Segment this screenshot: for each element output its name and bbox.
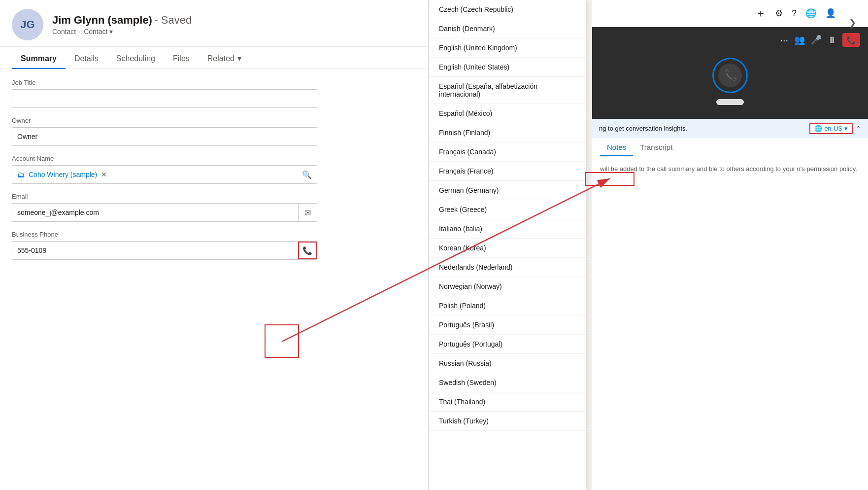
phone-panel-header: ＋ ⚙ ? 🌐 👤 ❯ (592, 0, 868, 27)
lang-finnish[interactable]: Finnish (Finland) (429, 123, 586, 142)
lang-danish[interactable]: Danish (Denmark) (429, 19, 586, 38)
phone-panel: ＋ ⚙ ? 🌐 👤 ❯ ··· 👥 🎤 ⏸ 📞 📞 ng to get conv… (592, 0, 868, 490)
tab-files[interactable]: Files (164, 47, 199, 69)
lang-english-uk[interactable]: English (United Kingdom) (429, 38, 586, 58)
collapse-icon[interactable]: ⌃ (856, 125, 861, 132)
lang-english-us[interactable]: English (United States) (429, 58, 586, 77)
business-phone-input[interactable]: 555-0109 📞 (12, 241, 317, 260)
avatar: JG (12, 9, 43, 40)
notes-content: will be added to the call summary and bl… (592, 156, 868, 182)
owner-label: Owner (12, 117, 416, 124)
contact-name: Jim Glynn (sample) (52, 14, 152, 26)
lang-portugues-brasil[interactable]: Português (Brasil) (429, 315, 586, 335)
language-dropdown: Czech (Czech Republic) Danish (Denmark) … (429, 0, 586, 490)
insights-text: ng to get conversation insights. (599, 125, 687, 132)
tabs-bar: Summary Details Scheduling Files Related… (0, 47, 428, 69)
business-phone-value: 555-0109 (12, 246, 298, 254)
lang-greek[interactable]: Greek (Greece) (429, 200, 586, 219)
lang-german[interactable]: German (Germany) (429, 181, 586, 200)
globe-icon: 🌐 (814, 125, 822, 132)
phone-ring-inner: 📞 (718, 64, 742, 87)
end-call-button[interactable]: 📞 (842, 33, 860, 47)
call-controls: ··· 👥 🎤 ⏸ 📞 (600, 33, 860, 47)
lang-espanol-espana[interactable]: Español (España, alfabetización internac… (429, 77, 586, 104)
lang-nederlands[interactable]: Nederlands (Nederland) (429, 258, 586, 277)
chevron-down-icon: ▾ (844, 125, 848, 132)
contact-header: JG Jim Glynn (sample) - Saved Contact · … (0, 0, 428, 47)
gear-icon[interactable]: ⚙ (775, 8, 783, 19)
tab-notes[interactable]: Notes (600, 138, 633, 156)
business-phone-field-group: Business Phone 555-0109 📞 (12, 231, 416, 260)
lang-korean[interactable]: Korean (Korea) (429, 239, 586, 258)
job-title-label: Job Title (12, 79, 416, 86)
contact-type-row: Contact · Contact ▾ (52, 28, 192, 35)
pause-icon[interactable]: ⏸ (828, 35, 836, 45)
expand-icon[interactable]: ❯ (845, 13, 860, 32)
tab-scheduling[interactable]: Scheduling (107, 47, 164, 69)
user-icon[interactable]: 👤 (825, 8, 836, 19)
lang-czech[interactable]: Czech (Czech Republic) (429, 0, 586, 19)
email-value: someone_j@example.com (12, 209, 298, 216)
contact-info: Jim Glynn (sample) - Saved Contact · Con… (52, 14, 192, 35)
email-send-icon[interactable]: ✉ (298, 204, 317, 221)
notes-transcript-tabs: Notes Transcript (592, 138, 868, 156)
email-field-group: Email someone_j@example.com ✉ (12, 193, 416, 222)
lang-portugues-portugal[interactable]: Português (Portugal) (429, 335, 586, 354)
account-close-icon[interactable]: ✕ (101, 171, 107, 178)
contact-type1: Contact (52, 28, 76, 35)
lang-francais-canada[interactable]: Français (Canada) (429, 142, 586, 162)
more-options-icon[interactable]: ··· (780, 35, 788, 46)
insights-bar: ng to get conversation insights. 🌐 en-US… (592, 119, 868, 138)
tab-related[interactable]: Related ▾ (199, 47, 250, 69)
phone-visual: 📞 (600, 53, 860, 113)
contact-type2-link[interactable]: Contact ▾ (84, 28, 113, 35)
phone-call-area: ··· 👥 🎤 ⏸ 📞 📞 (592, 27, 868, 119)
account-icon: 🗂 (17, 171, 25, 179)
account-name-label: Account Name (12, 155, 416, 162)
tab-summary[interactable]: Summary (12, 47, 66, 69)
contact-status: - Saved (154, 14, 192, 26)
phone-status-pill (716, 99, 744, 105)
form-area: Job Title Owner Owner Account Name 🗂 Coh… (0, 69, 428, 279)
help-icon[interactable]: ? (792, 8, 797, 19)
contact-name-row: Jim Glynn (sample) - Saved (52, 14, 192, 27)
avatar-initials: JG (20, 18, 34, 31)
business-phone-label: Business Phone (12, 231, 416, 238)
tab-transcript[interactable]: Transcript (633, 138, 679, 156)
phone-call-icon[interactable]: 📞 (298, 242, 317, 259)
participants-icon[interactable]: 👥 (794, 35, 805, 45)
chevron-down-icon: ▾ (109, 28, 113, 35)
lang-espanol-mexico[interactable]: Español (México) (429, 104, 586, 123)
lang-russian[interactable]: Russian (Russia) (429, 354, 586, 373)
global-icon[interactable]: 🌐 (805, 8, 816, 19)
lang-thai[interactable]: Thai (Thailand) (429, 392, 586, 412)
lang-norwegian[interactable]: Norwegian (Norway) (429, 277, 586, 296)
tab-details[interactable]: Details (66, 47, 107, 69)
notes-text: will be added to the call summary and bl… (600, 165, 857, 173)
job-title-input[interactable] (12, 89, 317, 108)
lang-italiano[interactable]: Italiano (Italia) (429, 219, 586, 239)
lang-francais-france[interactable]: Français (France) (429, 162, 586, 181)
lang-swedish[interactable]: Swedish (Sweden) (429, 373, 586, 392)
job-title-field-group: Job Title (12, 79, 416, 108)
language-selector[interactable]: 🌐 en-US ▾ (809, 123, 853, 134)
lang-turkish[interactable]: Turkish (Turkey) (429, 412, 586, 431)
owner-field-group: Owner Owner (12, 117, 416, 146)
crm-panel: JG Jim Glynn (sample) - Saved Contact · … (0, 0, 429, 490)
email-label: Email (12, 193, 416, 200)
chevron-down-icon: ▾ (237, 54, 241, 63)
lang-polish[interactable]: Polish (Poland) (429, 296, 586, 315)
search-icon[interactable]: 🔍 (302, 170, 312, 179)
account-name-input[interactable]: 🗂 Coho Winery (sample) ✕ 🔍 (12, 165, 317, 184)
email-input[interactable]: someone_j@example.com ✉ (12, 203, 317, 222)
mute-icon[interactable]: 🎤 (811, 35, 822, 45)
add-icon[interactable]: ＋ (755, 6, 766, 21)
owner-input[interactable]: Owner (12, 127, 317, 146)
lang-badge-value: en-US (824, 125, 842, 132)
account-name-field-group: Account Name 🗂 Coho Winery (sample) ✕ 🔍 (12, 155, 416, 184)
phone-ring: 📞 (712, 58, 748, 93)
account-name-link[interactable]: Coho Winery (sample) (29, 171, 97, 178)
